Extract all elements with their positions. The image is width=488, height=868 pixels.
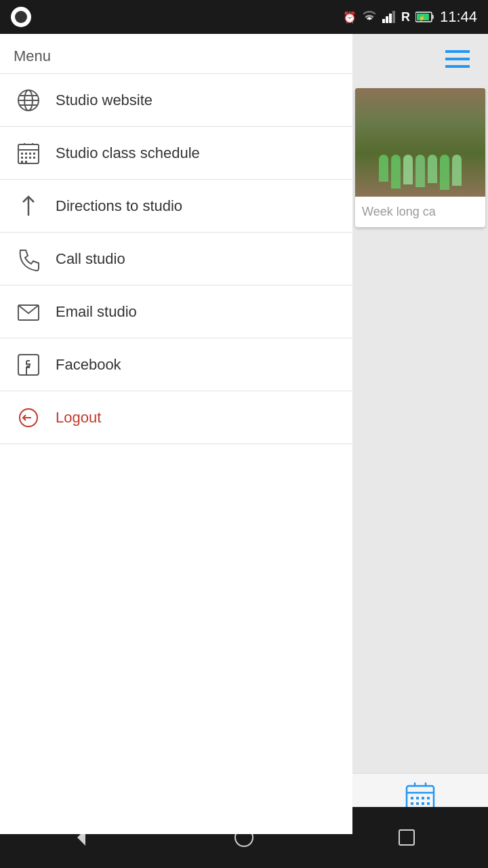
svg-rect-42 [427,797,430,800]
logout-icon [14,403,43,433]
studio-website-label: Studio website [56,92,152,109]
svg-rect-43 [411,802,413,805]
menu-title: Menu [14,47,51,64]
svg-text:⚡: ⚡ [418,14,426,22]
svg-rect-17 [21,153,23,155]
svg-rect-0 [382,19,385,23]
svg-rect-2 [389,14,392,23]
sidebar-item-directions-to-studio[interactable]: Directions to studio [0,180,352,233]
email-studio-label: Email studio [56,303,137,321]
right-panel: Week long ca [352,34,488,834]
recents-button[interactable] [386,817,427,858]
wifi-icon [362,11,377,23]
battery-icon: ⚡ [415,11,434,23]
sidebar-item-studio-website[interactable]: Studio website [0,74,352,127]
sidebar-item-email-studio[interactable]: Email studio [0,285,352,338]
svg-rect-20 [33,153,35,155]
phone-icon [14,244,43,274]
svg-rect-18 [25,153,27,155]
status-time: 11:44 [440,8,477,26]
email-icon [14,297,43,327]
svg-rect-46 [427,802,430,805]
sidebar-header: Menu [0,34,352,74]
svg-rect-25 [21,161,23,163]
hamburger-button[interactable] [441,42,474,76]
status-bar: ⏰ R ⚡ 11:44 [0,0,488,34]
facebook-icon [14,350,43,380]
globe-icon [14,85,43,115]
logout-label: Logout [56,409,101,427]
svg-rect-40 [416,797,419,800]
svg-rect-24 [33,157,35,159]
call-studio-label: Call studio [56,250,125,268]
facebook-label: Facebook [56,356,121,374]
sidebar-item-call-studio[interactable]: Call studio [0,233,352,285]
svg-rect-21 [21,157,23,159]
sidebar-item-studio-class-schedule[interactable]: Studio class schedule [0,127,352,180]
card-image [355,88,485,197]
directions-to-studio-label: Directions to studio [56,197,182,215]
status-bar-left [11,7,31,27]
card-text: Week long ca [355,197,485,227]
calendar-grid-icon [14,138,43,168]
main-layout: Menu Studio website [0,34,488,834]
svg-rect-23 [29,157,31,159]
sidebar-item-logout[interactable]: Logout [0,391,352,444]
studio-class-schedule-label: Studio class schedule [56,144,200,162]
svg-rect-39 [411,797,413,800]
sidebar: Menu Studio website [0,34,352,834]
svg-rect-49 [399,830,414,845]
svg-rect-5 [432,15,434,19]
svg-rect-26 [25,161,27,163]
svg-rect-44 [416,802,419,805]
svg-rect-22 [25,157,27,159]
svg-rect-41 [422,797,424,800]
svg-rect-45 [422,802,424,805]
svg-rect-19 [29,153,31,155]
app-icon [11,7,31,27]
svg-rect-3 [392,11,395,23]
svg-rect-1 [386,16,388,23]
sidebar-item-facebook[interactable]: Facebook [0,338,352,391]
signal-icon [382,11,396,23]
r-icon: R [401,10,410,24]
alarm-icon: ⏰ [343,11,357,24]
directions-icon [14,191,43,221]
status-bar-right: ⏰ R ⚡ 11:44 [343,8,477,26]
content-card[interactable]: Week long ca [355,88,485,227]
